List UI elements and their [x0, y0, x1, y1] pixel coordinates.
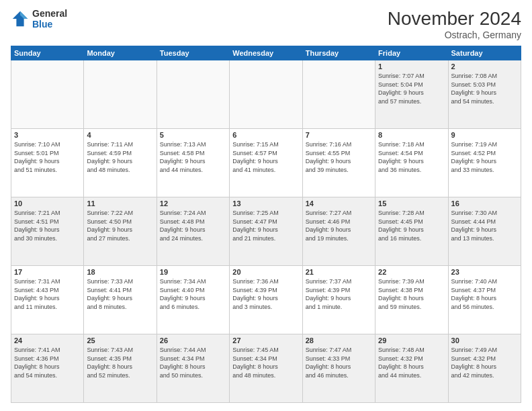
week-row-1: 1Sunrise: 7:07 AM Sunset: 5:04 PM Daylig…: [11, 60, 521, 129]
day-number: 24: [14, 336, 81, 345]
calendar-cell-w2-d5: 7Sunrise: 7:16 AM Sunset: 4:55 PM Daylig…: [302, 129, 375, 197]
day-info: Sunrise: 7:45 AM Sunset: 4:34 PM Dayligh…: [232, 346, 299, 379]
day-info: Sunrise: 7:22 AM Sunset: 4:50 PM Dayligh…: [87, 209, 153, 242]
calendar-cell-w1-d3: [157, 60, 229, 129]
day-info: Sunrise: 7:30 AM Sunset: 4:44 PM Dayligh…: [451, 209, 518, 242]
col-wednesday: Wednesday: [230, 46, 302, 60]
calendar-cell-w1-d4: [230, 60, 302, 129]
col-thursday: Thursday: [302, 46, 375, 60]
calendar-cell-w5-d2: 25Sunrise: 7:43 AM Sunset: 4:35 PM Dayli…: [84, 334, 157, 403]
header: General Blue November 2024 Ostrach, Germ…: [11, 8, 521, 40]
day-number: 18: [87, 268, 153, 276]
day-info: Sunrise: 7:21 AM Sunset: 4:51 PM Dayligh…: [14, 209, 81, 242]
calendar-cell-w1-d5: [302, 60, 375, 129]
day-info: Sunrise: 7:49 AM Sunset: 4:32 PM Dayligh…: [451, 346, 518, 379]
week-row-5: 24Sunrise: 7:41 AM Sunset: 4:36 PM Dayli…: [11, 334, 521, 403]
day-info: Sunrise: 7:25 AM Sunset: 4:47 PM Dayligh…: [232, 209, 299, 242]
day-number: 12: [160, 199, 226, 208]
day-info: Sunrise: 7:31 AM Sunset: 4:43 PM Dayligh…: [14, 277, 81, 311]
day-number: 27: [232, 336, 299, 345]
week-row-4: 17Sunrise: 7:31 AM Sunset: 4:43 PM Dayli…: [11, 266, 521, 334]
day-number: 9: [451, 131, 518, 139]
day-info: Sunrise: 7:34 AM Sunset: 4:40 PM Dayligh…: [160, 277, 226, 311]
day-number: 29: [378, 336, 445, 345]
calendar-cell-w3-d2: 11Sunrise: 7:22 AM Sunset: 4:50 PM Dayli…: [84, 197, 157, 266]
day-number: 28: [306, 336, 372, 345]
title-block: November 2024 Ostrach, Germany: [388, 8, 521, 40]
calendar-cell-w3-d6: 15Sunrise: 7:28 AM Sunset: 4:45 PM Dayli…: [375, 197, 448, 266]
day-number: 4: [87, 131, 153, 139]
day-info: Sunrise: 7:28 AM Sunset: 4:45 PM Dayligh…: [378, 209, 445, 242]
calendar-cell-w5-d3: 26Sunrise: 7:44 AM Sunset: 4:34 PM Dayli…: [157, 334, 229, 403]
day-info: Sunrise: 7:19 AM Sunset: 4:52 PM Dayligh…: [451, 140, 518, 174]
day-info: Sunrise: 7:27 AM Sunset: 4:46 PM Dayligh…: [306, 209, 372, 242]
week-row-2: 3Sunrise: 7:10 AM Sunset: 5:01 PM Daylig…: [11, 129, 521, 197]
calendar-cell-w5-d4: 27Sunrise: 7:45 AM Sunset: 4:34 PM Dayli…: [230, 334, 302, 403]
day-number: 11: [87, 199, 153, 208]
day-number: 26: [160, 336, 226, 345]
day-number: 1: [378, 62, 445, 71]
calendar-cell-w2-d7: 9Sunrise: 7:19 AM Sunset: 4:52 PM Daylig…: [448, 129, 521, 197]
day-info: Sunrise: 7:07 AM Sunset: 5:04 PM Dayligh…: [378, 72, 445, 105]
calendar-cell-w2-d1: 3Sunrise: 7:10 AM Sunset: 5:01 PM Daylig…: [11, 129, 84, 197]
day-number: 23: [451, 268, 518, 276]
day-number: 8: [378, 131, 445, 139]
calendar-cell-w1-d1: [11, 60, 84, 129]
calendar-cell-w1-d7: 2Sunrise: 7:08 AM Sunset: 5:03 PM Daylig…: [448, 60, 521, 129]
day-info: Sunrise: 7:16 AM Sunset: 4:55 PM Dayligh…: [306, 140, 372, 174]
day-number: 3: [14, 131, 81, 139]
calendar-cell-w4-d5: 21Sunrise: 7:37 AM Sunset: 4:39 PM Dayli…: [302, 266, 375, 334]
calendar-cell-w5-d1: 24Sunrise: 7:41 AM Sunset: 4:36 PM Dayli…: [11, 334, 84, 403]
day-number: 7: [306, 131, 372, 139]
logo: General Blue: [11, 8, 67, 30]
calendar-cell-w4-d3: 19Sunrise: 7:34 AM Sunset: 4:40 PM Dayli…: [157, 266, 229, 334]
col-saturday: Saturday: [448, 46, 521, 60]
page: General Blue November 2024 Ostrach, Germ…: [0, 0, 532, 411]
calendar-header-row: Sunday Monday Tuesday Wednesday Thursday…: [11, 46, 521, 60]
day-number: 21: [306, 268, 372, 276]
month-title: November 2024: [388, 8, 521, 30]
calendar-cell-w4-d6: 22Sunrise: 7:39 AM Sunset: 4:38 PM Dayli…: [375, 266, 448, 334]
day-info: Sunrise: 7:08 AM Sunset: 5:03 PM Dayligh…: [451, 72, 518, 105]
calendar-cell-w3-d7: 16Sunrise: 7:30 AM Sunset: 4:44 PM Dayli…: [448, 197, 521, 266]
day-info: Sunrise: 7:24 AM Sunset: 4:48 PM Dayligh…: [160, 209, 226, 242]
calendar-cell-w2-d4: 6Sunrise: 7:15 AM Sunset: 4:57 PM Daylig…: [230, 129, 302, 197]
day-info: Sunrise: 7:39 AM Sunset: 4:38 PM Dayligh…: [378, 277, 445, 311]
day-number: 19: [160, 268, 226, 276]
calendar-cell-w4-d4: 20Sunrise: 7:36 AM Sunset: 4:39 PM Dayli…: [230, 266, 302, 334]
calendar-cell-w5-d6: 29Sunrise: 7:48 AM Sunset: 4:32 PM Dayli…: [375, 334, 448, 403]
calendar-cell-w2-d2: 4Sunrise: 7:11 AM Sunset: 4:59 PM Daylig…: [84, 129, 157, 197]
day-info: Sunrise: 7:18 AM Sunset: 4:54 PM Dayligh…: [378, 140, 445, 174]
calendar-cell-w5-d7: 30Sunrise: 7:49 AM Sunset: 4:32 PM Dayli…: [448, 334, 521, 403]
logo-text: General Blue: [32, 8, 67, 30]
day-info: Sunrise: 7:33 AM Sunset: 4:41 PM Dayligh…: [87, 277, 153, 311]
day-info: Sunrise: 7:47 AM Sunset: 4:33 PM Dayligh…: [306, 346, 372, 379]
calendar-cell-w4-d2: 18Sunrise: 7:33 AM Sunset: 4:41 PM Dayli…: [84, 266, 157, 334]
day-number: 20: [232, 268, 299, 276]
calendar-cell-w2-d6: 8Sunrise: 7:18 AM Sunset: 4:54 PM Daylig…: [375, 129, 448, 197]
day-info: Sunrise: 7:10 AM Sunset: 5:01 PM Dayligh…: [14, 140, 81, 174]
day-info: Sunrise: 7:13 AM Sunset: 4:58 PM Dayligh…: [160, 140, 226, 174]
day-info: Sunrise: 7:48 AM Sunset: 4:32 PM Dayligh…: [378, 346, 445, 379]
col-friday: Friday: [375, 46, 448, 60]
day-info: Sunrise: 7:11 AM Sunset: 4:59 PM Dayligh…: [87, 140, 153, 174]
calendar-cell-w3-d3: 12Sunrise: 7:24 AM Sunset: 4:48 PM Dayli…: [157, 197, 229, 266]
calendar-cell-w3-d4: 13Sunrise: 7:25 AM Sunset: 4:47 PM Dayli…: [230, 197, 302, 266]
col-sunday: Sunday: [11, 46, 84, 60]
calendar-table: Sunday Monday Tuesday Wednesday Thursday…: [11, 46, 521, 403]
day-info: Sunrise: 7:44 AM Sunset: 4:34 PM Dayligh…: [160, 346, 226, 379]
day-info: Sunrise: 7:40 AM Sunset: 4:37 PM Dayligh…: [451, 277, 518, 311]
calendar-cell-w1-d6: 1Sunrise: 7:07 AM Sunset: 5:04 PM Daylig…: [375, 60, 448, 129]
day-number: 16: [451, 199, 518, 208]
day-info: Sunrise: 7:43 AM Sunset: 4:35 PM Dayligh…: [87, 346, 153, 379]
calendar-cell-w5-d5: 28Sunrise: 7:47 AM Sunset: 4:33 PM Dayli…: [302, 334, 375, 403]
logo-icon: [11, 9, 30, 28]
col-monday: Monday: [84, 46, 157, 60]
calendar-cell-w3-d1: 10Sunrise: 7:21 AM Sunset: 4:51 PM Dayli…: [11, 197, 84, 266]
day-info: Sunrise: 7:37 AM Sunset: 4:39 PM Dayligh…: [306, 277, 372, 311]
calendar-cell-w3-d5: 14Sunrise: 7:27 AM Sunset: 4:46 PM Dayli…: [302, 197, 375, 266]
day-number: 25: [87, 336, 153, 345]
day-number: 10: [14, 199, 81, 208]
day-number: 15: [378, 199, 445, 208]
day-info: Sunrise: 7:15 AM Sunset: 4:57 PM Dayligh…: [232, 140, 299, 174]
